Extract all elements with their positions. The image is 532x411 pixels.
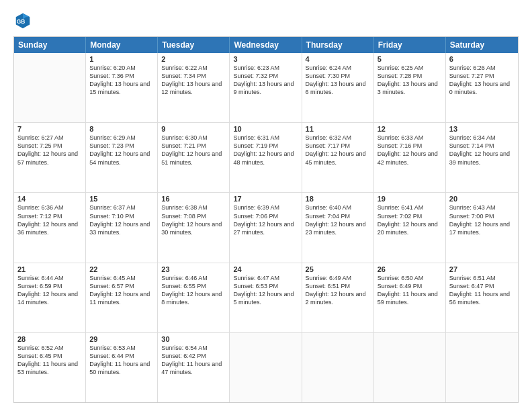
daylight-text: Daylight: 12 hours and 27 minutes.	[233, 220, 298, 236]
sunrise-text: Sunrise: 6:26 AM	[449, 64, 515, 72]
daylight-text: Daylight: 13 hours and 9 minutes.	[233, 80, 298, 96]
daylight-text: Daylight: 11 hours and 50 minutes.	[89, 360, 154, 376]
sunrise-text: Sunrise: 6:53 AM	[89, 344, 154, 352]
calendar-cell: 23Sunrise: 6:46 AMSunset: 6:55 PMDayligh…	[158, 263, 230, 332]
calendar-cell: 22Sunrise: 6:45 AMSunset: 6:57 PMDayligh…	[86, 263, 158, 332]
daylight-text: Daylight: 13 hours and 15 minutes.	[89, 80, 154, 96]
daylight-text: Daylight: 12 hours and 36 minutes.	[17, 220, 82, 236]
calendar-row-3: 14Sunrise: 6:36 AMSunset: 7:12 PMDayligh…	[14, 193, 518, 263]
calendar-cell: 15Sunrise: 6:37 AMSunset: 7:10 PMDayligh…	[86, 193, 158, 262]
daylight-text: Daylight: 12 hours and 39 minutes.	[449, 150, 515, 166]
sunset-text: Sunset: 7:28 PM	[378, 72, 442, 80]
page: GB SundayMondayTuesdayWednesdayThursdayF…	[0, 0, 532, 411]
sunset-text: Sunset: 7:27 PM	[449, 72, 515, 80]
sunset-text: Sunset: 6:42 PM	[161, 352, 226, 360]
day-number: 17	[233, 195, 298, 203]
sunrise-text: Sunrise: 6:31 AM	[233, 134, 298, 142]
sunrise-text: Sunrise: 6:45 AM	[89, 274, 154, 282]
calendar-body: 1Sunrise: 6:20 AMSunset: 7:36 PMDaylight…	[14, 53, 518, 402]
sunset-text: Sunset: 6:55 PM	[161, 282, 226, 290]
calendar-cell	[374, 333, 446, 402]
sunset-text: Sunset: 6:59 PM	[17, 282, 82, 290]
sunrise-text: Sunrise: 6:27 AM	[17, 134, 82, 142]
calendar-cell: 29Sunrise: 6:53 AMSunset: 6:44 PMDayligh…	[86, 333, 158, 402]
sunset-text: Sunset: 6:53 PM	[233, 282, 298, 290]
sunrise-text: Sunrise: 6:30 AM	[161, 134, 226, 142]
calendar-cell: 28Sunrise: 6:52 AMSunset: 6:45 PMDayligh…	[14, 333, 86, 402]
sunset-text: Sunset: 7:02 PM	[378, 212, 442, 220]
calendar-cell: 10Sunrise: 6:31 AMSunset: 7:19 PMDayligh…	[230, 123, 302, 192]
daylight-text: Daylight: 13 hours and 6 minutes.	[306, 80, 370, 96]
sunrise-text: Sunrise: 6:49 AM	[306, 274, 370, 282]
sunrise-text: Sunrise: 6:46 AM	[161, 274, 226, 282]
daylight-text: Daylight: 11 hours and 53 minutes.	[17, 360, 82, 376]
day-number: 4	[306, 55, 370, 63]
daylight-text: Daylight: 11 hours and 59 minutes.	[378, 290, 442, 306]
sunset-text: Sunset: 7:10 PM	[89, 212, 154, 220]
calendar-cell: 18Sunrise: 6:40 AMSunset: 7:04 PMDayligh…	[302, 193, 374, 262]
sunset-text: Sunset: 7:30 PM	[306, 72, 370, 80]
calendar-row-5: 28Sunrise: 6:52 AMSunset: 6:45 PMDayligh…	[14, 333, 518, 402]
daylight-text: Daylight: 12 hours and 11 minutes.	[89, 290, 154, 306]
daylight-text: Daylight: 13 hours and 12 minutes.	[161, 80, 226, 96]
daylight-text: Daylight: 12 hours and 2 minutes.	[306, 290, 370, 306]
calendar-cell: 6Sunrise: 6:26 AMSunset: 7:27 PMDaylight…	[446, 53, 518, 122]
calendar-cell: 17Sunrise: 6:39 AMSunset: 7:06 PMDayligh…	[230, 193, 302, 262]
day-number: 26	[378, 265, 442, 273]
day-number: 12	[378, 125, 442, 133]
sunrise-text: Sunrise: 6:50 AM	[378, 274, 442, 282]
day-number: 2	[161, 55, 226, 63]
sunset-text: Sunset: 7:17 PM	[306, 142, 370, 150]
sunset-text: Sunset: 7:25 PM	[17, 142, 82, 150]
calendar-row-1: 1Sunrise: 6:20 AMSunset: 7:36 PMDaylight…	[14, 53, 518, 123]
day-number: 18	[306, 195, 370, 203]
sunrise-text: Sunrise: 6:20 AM	[89, 64, 154, 72]
day-number: 15	[89, 195, 154, 203]
sunset-text: Sunset: 7:14 PM	[449, 142, 515, 150]
calendar-cell: 25Sunrise: 6:49 AMSunset: 6:51 PMDayligh…	[302, 263, 374, 332]
daylight-text: Daylight: 12 hours and 23 minutes.	[306, 220, 370, 236]
daylight-text: Daylight: 12 hours and 20 minutes.	[378, 220, 442, 236]
day-number: 16	[161, 195, 226, 203]
calendar-cell: 8Sunrise: 6:29 AMSunset: 7:23 PMDaylight…	[86, 123, 158, 192]
sunrise-text: Sunrise: 6:37 AM	[89, 203, 154, 212]
day-number: 9	[161, 125, 226, 133]
sunrise-text: Sunrise: 6:33 AM	[378, 134, 442, 142]
calendar-cell	[446, 333, 518, 402]
day-number: 7	[17, 125, 82, 133]
day-number: 13	[449, 125, 515, 133]
daylight-text: Daylight: 12 hours and 51 minutes.	[161, 150, 226, 166]
sunset-text: Sunset: 7:21 PM	[161, 142, 226, 150]
daylight-text: Daylight: 12 hours and 45 minutes.	[306, 150, 370, 166]
sunset-text: Sunset: 7:36 PM	[89, 72, 154, 80]
sunrise-text: Sunrise: 6:52 AM	[17, 344, 82, 352]
daylight-text: Daylight: 12 hours and 8 minutes.	[161, 290, 226, 306]
calendar-cell: 11Sunrise: 6:32 AMSunset: 7:17 PMDayligh…	[302, 123, 374, 192]
day-number: 25	[306, 265, 370, 273]
daylight-text: Daylight: 12 hours and 14 minutes.	[17, 290, 82, 306]
day-number: 20	[449, 195, 515, 203]
header-day-saturday: Saturday	[446, 37, 518, 53]
calendar-cell: 12Sunrise: 6:33 AMSunset: 7:16 PMDayligh…	[374, 123, 446, 192]
daylight-text: Daylight: 13 hours and 0 minutes.	[449, 80, 515, 96]
header-day-tuesday: Tuesday	[158, 37, 230, 53]
daylight-text: Daylight: 11 hours and 56 minutes.	[449, 290, 515, 306]
calendar-cell: 27Sunrise: 6:51 AMSunset: 6:47 PMDayligh…	[446, 263, 518, 332]
header-day-thursday: Thursday	[302, 37, 374, 53]
calendar-header: SundayMondayTuesdayWednesdayThursdayFrid…	[14, 37, 518, 53]
sunset-text: Sunset: 7:34 PM	[161, 72, 226, 80]
calendar-row-4: 21Sunrise: 6:44 AMSunset: 6:59 PMDayligh…	[14, 263, 518, 333]
daylight-text: Daylight: 12 hours and 30 minutes.	[161, 220, 226, 236]
calendar-cell: 1Sunrise: 6:20 AMSunset: 7:36 PMDaylight…	[86, 53, 158, 122]
calendar-cell: 19Sunrise: 6:41 AMSunset: 7:02 PMDayligh…	[374, 193, 446, 262]
sunrise-text: Sunrise: 6:32 AM	[306, 134, 370, 142]
sunset-text: Sunset: 6:44 PM	[89, 352, 154, 360]
sunrise-text: Sunrise: 6:36 AM	[17, 203, 82, 212]
sunrise-text: Sunrise: 6:24 AM	[306, 64, 370, 72]
sunset-text: Sunset: 7:12 PM	[17, 212, 82, 220]
sunrise-text: Sunrise: 6:44 AM	[17, 274, 82, 282]
sunrise-text: Sunrise: 6:51 AM	[449, 274, 515, 282]
sunrise-text: Sunrise: 6:25 AM	[378, 64, 442, 72]
day-number: 14	[17, 195, 82, 203]
daylight-text: Daylight: 12 hours and 57 minutes.	[17, 150, 82, 166]
